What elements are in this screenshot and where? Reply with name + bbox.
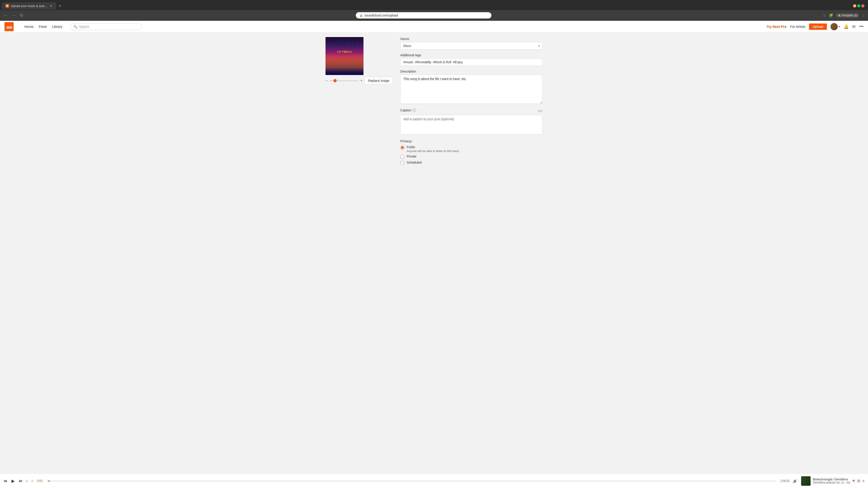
tags-group: Additional tags (400, 53, 542, 66)
repeat-button[interactable]: ↺ (31, 479, 33, 483)
logo-bars (6, 25, 12, 29)
privacy-scheduled-label: Scheduled (407, 161, 422, 164)
incognito-badge[interactable]: 🕵 Incognito (2) (836, 13, 859, 18)
browser-chrome: Upload your music & audio an... ✕ + ← → … (0, 0, 868, 21)
citywalk-label: CITYWALK (337, 51, 352, 53)
zoom-slider[interactable] (329, 80, 359, 81)
player-controls: ⏮ ▶ ⏭ ⇄ ↺ (4, 478, 33, 484)
privacy-public-text: Public Anyone will be able to listen to … (407, 145, 460, 153)
navbar: Home Feed Library 🔍 Search Try Next Pro … (0, 21, 868, 33)
privacy-scheduled-option: Scheduled (400, 161, 542, 165)
replace-image-button[interactable]: Replace image (364, 77, 393, 85)
image-section: CITYWALK − + Replace image (326, 37, 393, 85)
new-tab-button[interactable]: + (57, 2, 63, 9)
description-textarea[interactable]: This song is about the life I want to ha… (400, 74, 542, 104)
volume-control-icon[interactable]: ≡ (862, 479, 864, 483)
maximize-button[interactable] (857, 4, 860, 7)
genre-label: Genre (400, 37, 542, 41)
try-next-pro-link[interactable]: Try Next Pro (767, 25, 786, 29)
privacy-private-option: Private (400, 155, 542, 159)
caption-textarea[interactable] (400, 115, 542, 135)
minimize-button[interactable] (853, 4, 856, 7)
nav-actions: Try Next Pro For Artists Upload ▾ 🔔 ✉ ••… (767, 23, 864, 30)
progress-bar[interactable] (48, 481, 777, 482)
zoom-minus-button[interactable]: − (326, 78, 328, 83)
current-time: 0:03 (37, 480, 44, 483)
privacy-public-description: Anyone will be able to listen to this tr… (407, 149, 460, 153)
track-title: Biotechnologia / Densiflora (813, 478, 850, 481)
like-button[interactable]: ♥ (852, 479, 855, 483)
active-tab[interactable]: Upload your music & audio an... ✕ (2, 2, 56, 9)
privacy-public-radio[interactable] (400, 145, 404, 150)
form-row: CITYWALK − + Replace image Genre (326, 37, 542, 168)
zoom-plus-button[interactable]: + (360, 78, 362, 83)
player-bar: ⏮ ▶ ⏭ ⇄ ↺ 0:03 1:58:33 🔊 Biotechnologia … (0, 474, 868, 488)
skip-forward-button[interactable]: ⏭ (19, 479, 23, 483)
genre-select[interactable]: Disco Rock Pop Jazz (400, 42, 542, 50)
play-pause-button[interactable]: ▶ (10, 478, 16, 484)
nav-library[interactable]: Library (50, 24, 64, 29)
more-actions-icon[interactable]: ••• (859, 24, 864, 29)
nav-links: Home Feed Library (23, 24, 64, 29)
caption-help-icon[interactable]: ? (412, 108, 416, 112)
form-fields: Genre Disco Rock Pop Jazz Addition (400, 37, 542, 168)
more-browser-icon[interactable]: ⋮ (862, 13, 865, 18)
skip-back-button[interactable]: ⏮ (4, 479, 7, 483)
caption-header: Caption ? 140 (400, 108, 542, 113)
upload-button[interactable]: Upload (809, 24, 827, 30)
privacy-scheduled-text: Scheduled (407, 161, 422, 164)
upload-container: CITYWALK − + Replace image Genre (326, 37, 542, 484)
url-text: soundcloud.com/upload (365, 13, 488, 17)
lock-icon: 🔒 (360, 14, 363, 17)
volume-icon[interactable]: 🔊 (793, 479, 798, 483)
caption-group: Caption ? 140 (400, 108, 542, 135)
nav-home[interactable]: Home (23, 24, 35, 29)
track-image: CITYWALK (326, 37, 364, 75)
track-info: Biotechnologia / Densiflora Densiflora p… (801, 476, 864, 486)
total-time: 1:58:33 (780, 480, 789, 483)
search-placeholder: Search (79, 25, 89, 29)
nav-feed[interactable]: Feed (37, 24, 49, 29)
back-button[interactable]: ← (3, 12, 8, 19)
address-bar[interactable]: 🔒 soundcloud.com/upload (356, 12, 491, 19)
progress-fill (48, 481, 50, 482)
profile-icon[interactable]: 🧩 (829, 13, 833, 18)
tags-label: Additional tags (400, 53, 542, 57)
privacy-label: Privacy: (400, 139, 542, 143)
messages-icon[interactable]: ✉ (852, 24, 856, 29)
browser-toolbar: ← → ↻ 🔒 soundcloud.com/upload ☆ 🧩 🕵 Inco… (0, 10, 868, 21)
image-controls: − + Replace image (326, 77, 393, 85)
track-artist: Densiflora podcast vol. 11 - Iny (813, 481, 850, 484)
shuffle-button[interactable]: ⇄ (25, 479, 28, 483)
char-count: 140 (537, 109, 542, 113)
notifications-icon[interactable]: 🔔 (844, 24, 848, 29)
reload-button[interactable]: ↻ (19, 12, 24, 19)
soundcloud-logo[interactable] (4, 22, 13, 31)
tab-bar: Upload your music & audio an... ✕ + (0, 0, 868, 10)
tab-favicon (5, 4, 9, 8)
privacy-private-text: Private (407, 155, 416, 158)
image-lights (326, 56, 364, 75)
description-label: Description (400, 70, 542, 73)
search-bar[interactable]: 🔍 Search (70, 23, 142, 30)
for-artists-link[interactable]: For Artists (790, 25, 805, 29)
avatar[interactable] (831, 23, 838, 30)
close-tab-icon[interactable]: ✕ (50, 4, 53, 8)
genre-select-wrapper: Disco Rock Pop Jazz (400, 42, 542, 50)
privacy-scheduled-radio[interactable] (400, 161, 404, 165)
close-button[interactable] (861, 4, 864, 7)
privacy-private-radio[interactable] (400, 155, 404, 159)
privacy-private-label: Private (407, 155, 416, 158)
track-thumbnail (801, 476, 811, 486)
forward-button[interactable]: → (11, 12, 17, 19)
add-to-queue-button[interactable]: ⊞ (857, 479, 860, 483)
privacy-public-option: Public Anyone will be able to listen to … (400, 145, 542, 153)
tags-input[interactable] (400, 58, 542, 66)
app-content: Home Feed Library 🔍 Search Try Next Pro … (0, 21, 868, 488)
description-group: Description This song is about the life … (400, 70, 542, 105)
window-controls (853, 4, 866, 7)
privacy-group: Privacy: Public Anyone will be able to l… (400, 139, 542, 165)
bookmark-icon[interactable]: ☆ (823, 13, 826, 18)
main-content: CITYWALK − + Replace image Genre (0, 33, 868, 488)
avatar-chevron-icon[interactable]: ▾ (839, 25, 840, 28)
